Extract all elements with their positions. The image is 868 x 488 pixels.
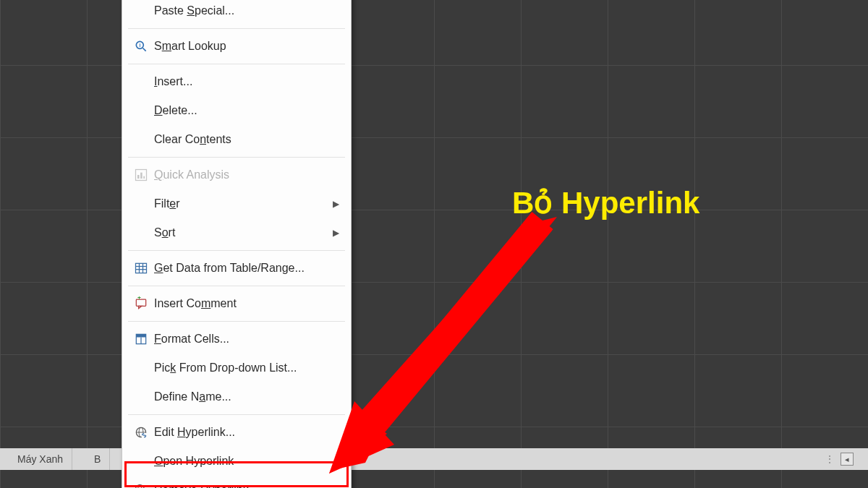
menu-item[interactable]: Remove Hyperlink xyxy=(122,476,351,488)
svg-rect-16 xyxy=(136,334,145,337)
sheet-tab[interactable]: Máy Xanh xyxy=(9,448,72,470)
svg-text:i: i xyxy=(139,43,140,48)
annotation-callout: Bỏ Hyperlink xyxy=(512,185,699,221)
menu-item[interactable]: Clear Contents xyxy=(122,125,351,154)
menu-item-label: Insert... xyxy=(154,75,339,88)
menu-item[interactable]: Delete... xyxy=(122,96,351,125)
submenu-arrow-icon: ▶ xyxy=(333,199,339,209)
menu-item-label: Sort xyxy=(154,226,333,239)
cell-context-menu: Paste Special...iSmart LookupInsert...De… xyxy=(122,0,352,488)
menu-item[interactable]: Format Cells... xyxy=(122,325,351,354)
menu-item[interactable]: +Insert Comment xyxy=(122,289,351,318)
menu-item-label: Open Hyperlink xyxy=(154,455,339,468)
menu-item-label: Define Name... xyxy=(154,390,339,403)
menu-item[interactable]: Insert... xyxy=(122,67,351,96)
sheet-tab[interactable]: B xyxy=(85,448,110,470)
menu-separator xyxy=(128,64,345,64)
scroll-left-button[interactable]: ◂ xyxy=(841,453,854,466)
submenu-arrow-icon: ▶ xyxy=(333,228,339,238)
menu-separator xyxy=(128,321,345,322)
hyperlink-icon xyxy=(128,425,154,440)
menu-item-label: Insert Comment xyxy=(154,297,339,310)
svg-rect-5 xyxy=(140,173,142,179)
menu-item[interactable]: Define Name... xyxy=(122,382,351,411)
menu-item-label: Get Data from Table/Range... xyxy=(154,262,339,275)
menu-item-label: Smart Lookup xyxy=(154,40,339,53)
menu-item-label: Delete... xyxy=(154,104,339,117)
svg-point-23 xyxy=(138,485,142,489)
menu-item-label: Format Cells... xyxy=(154,333,339,346)
svg-rect-4 xyxy=(137,175,140,179)
menu-item-label: Quick Analysis xyxy=(154,168,339,181)
svg-point-22 xyxy=(136,485,145,489)
svg-rect-7 xyxy=(136,263,147,273)
menu-item-label: Edit Hyperlink... xyxy=(154,426,339,439)
menu-item[interactable]: iSmart Lookup xyxy=(122,32,351,61)
menu-separator xyxy=(128,286,345,286)
table-icon xyxy=(128,261,154,275)
menu-item[interactable]: Open Hyperlink xyxy=(122,447,351,476)
menu-separator xyxy=(128,157,345,158)
menu-separator xyxy=(128,250,345,251)
menu-separator xyxy=(128,414,345,415)
svg-rect-6 xyxy=(143,176,145,179)
menu-item: Quick Analysis xyxy=(122,160,351,189)
format-cells-icon xyxy=(128,332,154,346)
menu-item[interactable]: Pick From Drop-down List... xyxy=(122,354,351,382)
menu-item[interactable]: Edit Hyperlink... xyxy=(122,418,351,447)
menu-separator xyxy=(128,28,345,29)
menu-item-label: Paste Special... xyxy=(154,4,339,17)
svg-line-1 xyxy=(143,48,146,51)
menu-item[interactable]: Filter▶ xyxy=(122,189,351,218)
menu-item[interactable]: Paste Special... xyxy=(122,0,351,25)
menu-item[interactable]: Sort▶ xyxy=(122,218,351,247)
smart-lookup-icon: i xyxy=(128,39,154,53)
menu-item-label: Clear Contents xyxy=(154,133,339,146)
svg-marker-13 xyxy=(139,306,142,308)
quick-analysis-icon xyxy=(128,168,154,182)
remove-hyperlink-icon xyxy=(128,483,154,488)
menu-item-label: Remove Hyperlink xyxy=(154,484,339,488)
scroll-split-icon[interactable]: ⋮ xyxy=(825,453,836,465)
menu-item[interactable]: Get Data from Table/Range... xyxy=(122,254,351,283)
comment-icon: + xyxy=(128,296,154,311)
menu-item-label: Filter xyxy=(154,197,333,210)
menu-item-label: Pick From Drop-down List... xyxy=(154,361,339,374)
svg-text:+: + xyxy=(137,296,141,301)
